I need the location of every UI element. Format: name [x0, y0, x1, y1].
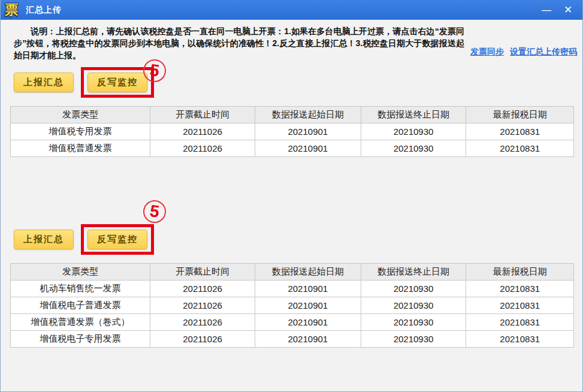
col-latest-tax-date: 最新报税日期	[466, 107, 574, 123]
col-issue-deadline: 开票截止时间	[150, 264, 255, 281]
table-header-row: 发票类型 开票截止时间 数据报送起始日期 数据报送终止日期 最新报税日期	[11, 107, 574, 123]
table-row: 增值税普通发票（卷式） 20211026 20210901 20210930 2…	[11, 314, 574, 331]
highlight-box-2: 反写监控	[81, 224, 154, 255]
notice-area: 说明：上报汇总前，请先确认该税控盘是否一直在同一电脑上开票：1.如果在多台电脑上…	[1, 20, 582, 61]
invoice-sync-link[interactable]: 发票同步	[470, 47, 504, 56]
col-issue-deadline: 开票截止时间	[150, 107, 255, 123]
titlebar: 票 汇总上传 — ✕	[1, 0, 582, 20]
minimize-icon[interactable]: —	[536, 0, 557, 20]
report-summary-button-2[interactable]: 上报汇总	[14, 230, 74, 249]
writeback-monitor-button-2[interactable]: 反写监控	[87, 230, 147, 249]
table-row: 机动车销售统一发票 20211026 20210901 20210930 202…	[11, 281, 574, 297]
button-row: 上报汇总 反写监控 5	[1, 224, 582, 255]
notice-label: 说明：	[31, 26, 56, 36]
col-report-start-date: 数据报送起始日期	[255, 264, 361, 281]
invoice-table-2: 发票类型 开票截止时间 数据报送起始日期 数据报送终止日期 最新报税日期 机动车…	[10, 263, 574, 348]
col-invoice-type: 发票类型	[11, 107, 150, 123]
table-row: 增值税专用发票 20211026 20210901 20210930 20210…	[11, 123, 574, 140]
table-row: 增值税普通发票 20211026 20210901 20210930 20210…	[11, 140, 574, 157]
writeback-monitor-button[interactable]: 反写监控	[87, 73, 147, 92]
notice-text: 说明：上报汇总前，请先确认该税控盘是否一直在同一电脑上开票：1.如果在多台电脑上…	[14, 25, 464, 61]
table-row: 增值税电子普通发票 20211026 20210901 20210930 202…	[11, 297, 574, 314]
app-invoice-icon: 票	[5, 3, 19, 17]
table-header-row: 发票类型 开票截止时间 数据报送起始日期 数据报送终止日期 最新报税日期	[11, 264, 574, 281]
section-special-invoices: 上报汇总 反写监控 5 发票类型 开票截止时间 数据报送起始日期 数据报送终止日…	[1, 67, 582, 157]
col-latest-tax-date: 最新报税日期	[466, 264, 574, 281]
set-upload-password-link[interactable]: 设置汇总上传密码	[510, 47, 577, 56]
window-title: 汇总上传	[26, 5, 62, 16]
annotation-step-5: 5	[142, 199, 168, 225]
invoice-table-1: 发票类型 开票截止时间 数据报送起始日期 数据报送终止日期 最新报税日期 增值税…	[10, 106, 574, 157]
table-row: 增值税电子专用发票 20211026 20210901 20210930 202…	[11, 331, 574, 348]
col-report-end-date: 数据报送终止日期	[361, 107, 466, 123]
col-report-end-date: 数据报送终止日期	[361, 264, 466, 281]
top-links: 发票同步 设置汇总上传密码	[467, 47, 577, 58]
button-row: 上报汇总 反写监控 5	[1, 67, 582, 98]
col-report-start-date: 数据报送起始日期	[255, 107, 361, 123]
summary-upload-window: 票 汇总上传 — ✕ 说明：上报汇总前，请先确认该税控盘是否一直在同一电脑上开票…	[0, 0, 583, 392]
close-icon[interactable]: ✕	[557, 0, 579, 20]
notice-body: 上报汇总前，请先确认该税控盘是否一直在同一电脑上开票：1.如果在多台电脑上开过票…	[14, 26, 464, 60]
section-other-invoices: 上报汇总 反写监控 5 发票类型 开票截止时间 数据报送起始日期 数据报送终止日…	[1, 224, 582, 348]
report-summary-button[interactable]: 上报汇总	[14, 73, 74, 92]
col-invoice-type: 发票类型	[11, 264, 150, 281]
